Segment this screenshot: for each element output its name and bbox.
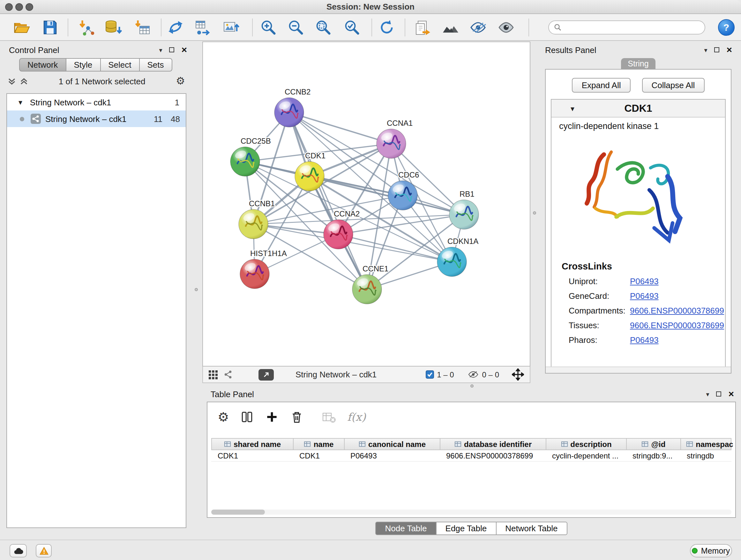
zoom-fit-button[interactable] xyxy=(313,18,333,37)
cell-shared-name: CDK1 xyxy=(211,450,293,461)
column-header[interactable]: database identifier xyxy=(441,439,546,449)
expand-all-icon[interactable] xyxy=(20,77,28,85)
protein-card-header[interactable]: ▼ CDK1 xyxy=(551,100,725,118)
tab-select[interactable]: Select xyxy=(100,58,139,71)
gear-icon[interactable]: ⚙ xyxy=(176,76,185,86)
network-node-CDC6[interactable]: CDC6 xyxy=(388,171,419,210)
network-node-CCNA1[interactable]: CCNA1 xyxy=(377,119,413,159)
network-node-CDC25B[interactable]: CDC25B xyxy=(230,137,271,176)
panel-close-icon[interactable]: × xyxy=(181,47,187,53)
splitter-handle[interactable] xyxy=(470,384,474,388)
scrollbar-thumb[interactable] xyxy=(211,509,265,515)
tab-edge-table[interactable]: Edge Table xyxy=(436,522,496,535)
zoom-selected-button[interactable] xyxy=(342,18,361,37)
panel-menu-icon[interactable]: ▾ xyxy=(706,390,709,397)
table-panel-title: Table Panel xyxy=(211,389,254,399)
hide-graphics-details-button[interactable] xyxy=(468,18,488,37)
cytoscape-home-button[interactable] xyxy=(441,18,460,37)
panel-menu-icon[interactable]: ▾ xyxy=(704,46,707,53)
network-from-table-button[interactable] xyxy=(193,18,212,37)
splitter-handle[interactable] xyxy=(195,288,198,291)
select-columns-icon[interactable] xyxy=(240,410,254,424)
results-scrollbar[interactable] xyxy=(546,367,731,373)
network-collection-row[interactable]: ▼ String Network – cdk1 1 xyxy=(7,94,186,111)
network-node-HIST1H1A[interactable]: HIST1H1A xyxy=(240,249,287,289)
search-box[interactable] xyxy=(548,20,705,35)
crosslink-link[interactable]: P06493 xyxy=(630,333,659,348)
panel-close-icon[interactable]: × xyxy=(728,391,734,397)
crosslink-link[interactable]: P06493 xyxy=(630,289,659,303)
node-label: CCNB1 xyxy=(249,199,275,208)
delete-table-icon-disabled xyxy=(321,409,336,424)
show-graphics-details-button[interactable] xyxy=(496,18,516,37)
network-node-CDKN1A[interactable]: CDKN1A xyxy=(437,237,478,276)
cloud-status-button[interactable] xyxy=(10,544,27,557)
panel-float-icon[interactable] xyxy=(716,391,721,396)
network-node-CCNB2[interactable]: CCNB2 xyxy=(274,87,311,127)
network-row-selected[interactable]: String Network – cdk1 11 48 xyxy=(7,111,186,127)
network-node-CDK1[interactable]: CDK1 xyxy=(295,151,326,191)
disclosure-triangle-icon[interactable]: ▼ xyxy=(17,99,23,106)
column-header[interactable]: canonical name xyxy=(345,439,441,449)
crosslink-link[interactable]: P06493 xyxy=(630,274,659,289)
table-horizontal-scrollbar[interactable] xyxy=(211,509,731,515)
selected-checkbox-icon[interactable] xyxy=(425,370,434,379)
column-header[interactable]: name xyxy=(293,439,345,449)
help-button[interactable]: ? xyxy=(718,19,735,36)
import-network-file-button[interactable] xyxy=(77,18,96,37)
panel-close-icon[interactable]: × xyxy=(726,47,732,53)
column-header[interactable]: shared name xyxy=(212,439,293,449)
export-image-button[interactable] xyxy=(221,18,241,37)
network-node-RB1[interactable]: RB1 xyxy=(449,190,479,229)
node-label: CCNE1 xyxy=(362,264,388,273)
collapse-all-icon[interactable] xyxy=(8,77,16,85)
node-label: CCNA2 xyxy=(334,209,360,218)
memory-label: Memory xyxy=(701,546,730,555)
import-network-database-button[interactable] xyxy=(104,18,123,37)
clone-network-button[interactable] xyxy=(166,18,185,37)
refresh-layout-button[interactable] xyxy=(377,18,396,37)
table-gear-icon[interactable]: ⚙ xyxy=(218,412,229,422)
add-column-icon[interactable] xyxy=(265,410,279,424)
disclosure-triangle-icon[interactable]: ▼ xyxy=(569,105,576,112)
zoom-in-button[interactable] xyxy=(259,18,278,37)
import-table-button[interactable] xyxy=(133,18,152,37)
cell-namespace: stringdb xyxy=(680,450,738,461)
panel-float-icon[interactable] xyxy=(714,47,719,52)
tab-sets[interactable]: Sets xyxy=(139,58,172,71)
column-header[interactable]: description xyxy=(546,439,627,449)
splitter-handle[interactable] xyxy=(533,211,536,214)
table-row[interactable]: CDK1 CDK1 P06493 9606.ENSP00000378699 cy… xyxy=(211,450,731,462)
panel-float-icon[interactable] xyxy=(169,47,174,52)
tab-node-table[interactable]: Node Table xyxy=(375,522,436,535)
tab-style[interactable]: Style xyxy=(66,58,100,71)
warning-status-button[interactable] xyxy=(36,544,52,557)
export-document-button[interactable] xyxy=(412,18,431,37)
crosslink-link[interactable]: 9606.ENSP00000378699 xyxy=(630,318,724,333)
panel-menu-icon[interactable]: ▾ xyxy=(159,46,162,53)
tab-string[interactable]: String xyxy=(621,58,656,70)
memory-button[interactable]: Memory xyxy=(690,544,732,557)
hidden-eye-icon[interactable] xyxy=(468,370,479,379)
crosslink-link[interactable]: 9606.ENSP00000378699 xyxy=(630,303,724,318)
tab-network[interactable]: Network xyxy=(19,58,66,71)
save-session-button[interactable] xyxy=(40,18,59,37)
grid-view-icon[interactable] xyxy=(209,370,218,379)
column-header[interactable]: namespac xyxy=(681,439,738,449)
delete-column-icon[interactable] xyxy=(290,410,304,424)
zoom-out-button[interactable] xyxy=(286,18,305,37)
collapse-all-button[interactable]: Collapse All xyxy=(642,78,704,92)
refresh-icon xyxy=(378,18,396,37)
search-input[interactable] xyxy=(565,23,699,32)
detach-view-button[interactable] xyxy=(259,369,274,380)
network-view[interactable]: CCNB2CCNA1CDC25BCDK1CDC6RB1CCNB1CCNA2CDK… xyxy=(202,42,530,367)
birds-eye-view-icon[interactable] xyxy=(223,370,233,379)
expand-all-button[interactable]: Expand All xyxy=(572,78,630,92)
toolbar-separator xyxy=(68,18,68,37)
open-session-button[interactable] xyxy=(12,18,31,37)
toolbar-separator xyxy=(405,18,405,37)
pan-tool-icon[interactable] xyxy=(512,368,524,381)
cloud-icon xyxy=(13,547,23,555)
column-header[interactable]: @id xyxy=(627,439,681,449)
tab-network-table[interactable]: Network Table xyxy=(496,522,567,535)
